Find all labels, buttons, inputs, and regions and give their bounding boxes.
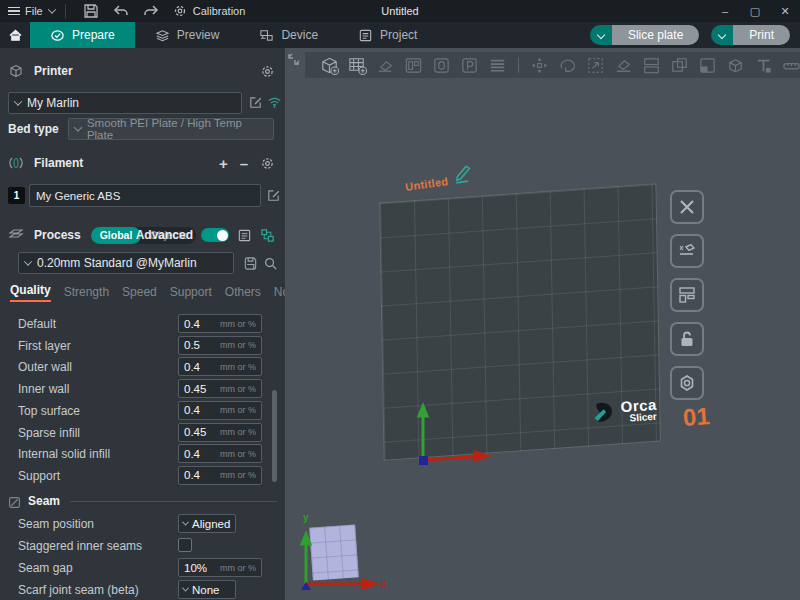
- delete-all-button[interactable]: [670, 190, 704, 224]
- undo-icon[interactable]: [113, 3, 129, 19]
- param-unit: mm or %: [220, 319, 256, 329]
- plate-settings-button[interactable]: [670, 366, 704, 400]
- edit-printer-icon[interactable]: [248, 95, 263, 110]
- wifi-connection-icon[interactable]: [267, 95, 282, 110]
- add-text-icon[interactable]: [753, 55, 774, 76]
- param-unit: mm or %: [220, 384, 256, 394]
- variable-layer-height-icon[interactable]: [487, 55, 508, 76]
- param-input[interactable]: 0.4 mm or %: [178, 466, 262, 485]
- rotate-icon[interactable]: [557, 55, 578, 76]
- slice-options-button[interactable]: [590, 25, 612, 45]
- lock-plate-button[interactable]: [670, 322, 704, 356]
- close-button[interactable]: ✕: [770, 0, 800, 22]
- process-section-title: Process: [34, 228, 81, 242]
- add-object-icon[interactable]: [319, 55, 340, 76]
- lay-on-face-icon[interactable]: [613, 55, 634, 76]
- filament-preset-select[interactable]: My Generic ABS: [29, 184, 261, 207]
- sidebar-scrollbar[interactable]: [272, 390, 277, 482]
- thumbnail-y-axis-label: y: [303, 512, 309, 523]
- add-plate-icon[interactable]: [347, 55, 368, 76]
- slice-plate-button[interactable]: Slice plate: [612, 25, 699, 45]
- seam-position-select[interactable]: Aligned: [178, 514, 236, 533]
- filament-settings-icon[interactable]: [260, 156, 275, 171]
- collapse-sidebar-icon[interactable]: [287, 52, 301, 66]
- param-input[interactable]: 0.5 mm or %: [178, 336, 262, 355]
- param-row: Sparse infill 0.45 mm or %: [0, 423, 285, 443]
- save-icon[interactable]: [83, 3, 99, 19]
- param-input[interactable]: 0.4 mm or %: [178, 444, 262, 463]
- split-to-objects-icon[interactable]: [641, 55, 662, 76]
- tab-device[interactable]: Device: [239, 22, 338, 48]
- param-tab-quality[interactable]: Quality: [10, 283, 51, 302]
- seam-gap-input[interactable]: 10% mm or %: [178, 558, 262, 577]
- save-preset-icon[interactable]: [243, 256, 258, 271]
- plate-thumbnail[interactable]: y x: [295, 498, 410, 598]
- move-icon[interactable]: [529, 55, 550, 76]
- param-row: First layer 0.5 mm or %: [0, 336, 285, 356]
- process-profile-select[interactable]: 0.20mm Standard @MyMarlin: [18, 252, 234, 274]
- filament-slot-badge[interactable]: 1: [8, 187, 25, 204]
- param-tab-strength[interactable]: Strength: [64, 285, 109, 299]
- maximize-button[interactable]: ▢: [740, 0, 770, 22]
- param-input[interactable]: 0.4 mm or %: [178, 314, 262, 333]
- tabbar: Prepare Preview Device Project Slice pla…: [0, 22, 800, 48]
- paste-icon[interactable]: [459, 55, 480, 76]
- seam-section-title: Seam: [28, 494, 60, 508]
- param-unit: mm or %: [220, 427, 256, 437]
- orca-icon: [589, 399, 617, 427]
- print-options-button[interactable]: [711, 25, 733, 45]
- param-label: First layer: [18, 339, 71, 353]
- bed-type-select[interactable]: Smooth PEI Plate / High Temp Plate: [68, 118, 274, 140]
- file-menu[interactable]: File: [0, 5, 55, 18]
- param-input[interactable]: 0.45 mm or %: [178, 379, 262, 398]
- printer-preset-select[interactable]: My Marlin: [8, 92, 242, 114]
- arrange-icon[interactable]: [403, 55, 424, 76]
- scale-icon[interactable]: [585, 55, 606, 76]
- advanced-toggle[interactable]: [201, 228, 229, 242]
- print-button[interactable]: Print: [733, 25, 790, 45]
- home-button[interactable]: [0, 22, 30, 48]
- staggered-seams-checkbox[interactable]: [178, 538, 192, 552]
- measure-icon[interactable]: [781, 55, 800, 76]
- device-icon: [259, 28, 274, 43]
- calibration-menu[interactable]: Calibration: [172, 3, 246, 19]
- param-value: 0.5: [184, 339, 220, 351]
- mesh-boolean-icon[interactable]: [725, 55, 746, 76]
- printer-settings-icon[interactable]: [260, 64, 275, 79]
- auto-orient-plate-button[interactable]: [670, 234, 704, 268]
- edit-plate-name-icon[interactable]: [450, 163, 475, 186]
- tab-prepare[interactable]: Prepare: [30, 22, 135, 48]
- param-tab-support[interactable]: Support: [170, 285, 212, 299]
- param-tab-others[interactable]: Others: [225, 285, 261, 299]
- param-input[interactable]: 0.4 mm or %: [178, 401, 262, 420]
- arrange-plate-button[interactable]: [670, 278, 704, 312]
- viewport-3d[interactable]: Untitled Orca Slicer 01: [285, 48, 800, 600]
- edit-filament-icon[interactable]: [266, 188, 281, 203]
- minimize-button[interactable]: –: [710, 0, 740, 22]
- redo-icon[interactable]: [143, 3, 159, 19]
- compare-presets-icon[interactable]: [237, 228, 252, 243]
- preview-icon: [155, 28, 170, 43]
- object-graph-icon[interactable]: [260, 228, 275, 243]
- split-to-parts-icon[interactable]: [669, 55, 690, 76]
- param-input[interactable]: 0.45 mm or %: [178, 423, 262, 442]
- tab-preview[interactable]: Preview: [135, 22, 240, 48]
- scarf-joint-select[interactable]: None: [178, 580, 236, 599]
- tab-project-label: Project: [380, 28, 417, 42]
- add-filament-button[interactable]: +: [219, 156, 228, 171]
- fill-color-icon[interactable]: [697, 55, 718, 76]
- plate-name-label[interactable]: Untitled: [404, 175, 449, 193]
- tab-project[interactable]: Project: [338, 22, 437, 48]
- copy-icon[interactable]: [431, 55, 452, 76]
- search-preset-icon[interactable]: [263, 256, 278, 271]
- titlebar-divider: [65, 4, 66, 18]
- remove-filament-button[interactable]: –: [240, 156, 248, 171]
- auto-orient-icon[interactable]: [375, 55, 396, 76]
- printer-section-title: Printer: [34, 64, 73, 78]
- seam-gap-label: Seam gap: [18, 561, 73, 575]
- seam-position-value: Aligned: [192, 518, 230, 530]
- param-input[interactable]: 0.4 mm or %: [178, 357, 262, 376]
- scope-global-button[interactable]: Global: [91, 227, 142, 244]
- param-tab-speed[interactable]: Speed: [122, 285, 157, 299]
- param-label: Default: [18, 317, 56, 331]
